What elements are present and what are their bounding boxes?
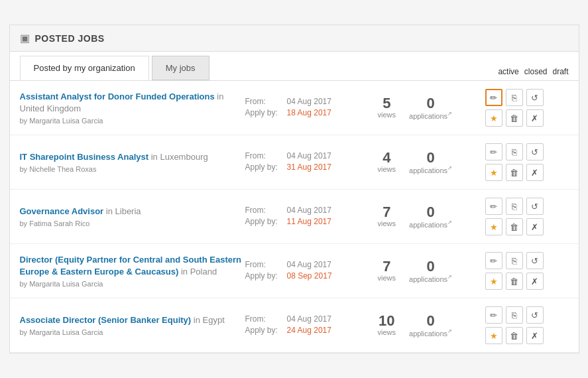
views-label: views xyxy=(378,328,396,336)
close-button[interactable]: ✗ xyxy=(526,164,544,181)
views-stat: 10 views xyxy=(378,314,396,336)
delete-button[interactable]: 🗑 xyxy=(506,109,523,127)
applications-count: 0 xyxy=(409,259,452,274)
copy-button[interactable]: ⎘ xyxy=(506,143,523,160)
copy-button[interactable]: ⎘ xyxy=(506,306,523,324)
job-location: in Egypt xyxy=(194,315,225,325)
job-actions: ✏ ⎘ ↺ ★ 🗑 ✗ xyxy=(471,143,544,181)
copy-button[interactable]: ⎘ xyxy=(506,89,523,106)
panel-title: POSTED JOBS xyxy=(35,33,105,44)
from-label: From: xyxy=(245,97,282,106)
job-poster: by Margarita Luisa Garcia xyxy=(20,328,245,336)
panel-header: ▣ POSTED JOBS xyxy=(10,25,579,52)
close-button[interactable]: ✗ xyxy=(526,218,544,235)
job-info: Assistant Analyst for Donor Funded Opera… xyxy=(20,91,245,125)
repost-button[interactable]: ↺ xyxy=(526,143,544,160)
job-actions: ✏ ⎘ ↺ ★ 🗑 ✗ xyxy=(471,306,544,344)
job-location: in Luxembourg xyxy=(151,152,208,162)
applications-label: applications↗ xyxy=(409,274,452,283)
close-button[interactable]: ✗ xyxy=(526,327,544,344)
star-button[interactable]: ★ xyxy=(485,218,502,235)
job-stats: 4 views 0 applications↗ xyxy=(378,151,471,174)
tab-org-jobs[interactable]: Posted by my organization xyxy=(20,56,149,80)
table-row: Associate Director (Senior Banker Equity… xyxy=(10,298,579,353)
job-title-link[interactable]: IT Sharepoint Business Analyst xyxy=(20,152,149,162)
from-date: 04 Aug 2017 xyxy=(287,314,331,324)
views-stat: 5 views xyxy=(378,96,396,119)
edit-button[interactable]: ✏ xyxy=(485,306,502,324)
job-stats: 7 views 0 applications↗ xyxy=(378,259,471,283)
delete-button[interactable]: 🗑 xyxy=(506,164,523,181)
job-dates: From: 04 Aug 2017 Apply by: 31 Aug 2017 xyxy=(245,151,378,174)
applications-stat: 0 applications↗ xyxy=(409,151,452,174)
star-button[interactable]: ★ xyxy=(485,327,502,344)
delete-button[interactable]: 🗑 xyxy=(506,273,523,290)
job-location: in Poland xyxy=(181,267,217,277)
job-stats: 10 views 0 applications↗ xyxy=(378,314,471,338)
close-button[interactable]: ✗ xyxy=(526,109,544,127)
star-button[interactable]: ★ xyxy=(485,164,502,181)
edit-button[interactable]: ✏ xyxy=(485,198,502,215)
apply-label: Apply by: xyxy=(245,162,282,172)
job-poster: by Margarita Luisa Garcia xyxy=(20,117,245,125)
apply-date: 18 Aug 2017 xyxy=(287,108,331,117)
job-title: Associate Director (Senior Banker Equity… xyxy=(20,314,245,326)
table-row: Governance Advisor in Liberia by Fatima … xyxy=(10,190,579,244)
star-button[interactable]: ★ xyxy=(485,273,502,290)
job-info: Associate Director (Senior Banker Equity… xyxy=(20,314,245,336)
posted-jobs-container: ▣ POSTED JOBS Posted by my organization … xyxy=(9,25,579,353)
apply-date: 11 Aug 2017 xyxy=(287,217,331,226)
delete-button[interactable]: 🗑 xyxy=(506,218,523,235)
copy-button[interactable]: ⎘ xyxy=(506,252,523,269)
job-info: Director (Equity Partner for Central and… xyxy=(20,254,245,288)
tab-my-jobs[interactable]: My jobs xyxy=(152,56,209,80)
action-row-bottom: ★ 🗑 ✗ xyxy=(485,164,544,181)
from-date: 04 Aug 2017 xyxy=(287,151,331,160)
apply-date: 24 Aug 2017 xyxy=(287,326,331,335)
close-button[interactable]: ✗ xyxy=(526,273,544,290)
job-stats: 5 views 0 applications↗ xyxy=(378,96,471,120)
copy-button[interactable]: ⎘ xyxy=(506,198,523,215)
from-label: From: xyxy=(245,206,282,215)
apply-label: Apply by: xyxy=(245,217,282,226)
apply-date: 31 Aug 2017 xyxy=(287,162,331,172)
job-stats: 7 views 0 applications↗ xyxy=(378,205,471,229)
job-title-link[interactable]: Governance Advisor xyxy=(20,206,104,216)
applications-label: applications↗ xyxy=(409,111,452,120)
repost-button[interactable]: ↺ xyxy=(526,198,544,215)
from-date: 04 Aug 2017 xyxy=(287,206,331,215)
action-row-top: ✏ ⎘ ↺ xyxy=(485,198,544,215)
apply-date: 08 Sep 2017 xyxy=(287,271,332,281)
edit-button[interactable]: ✏ xyxy=(485,252,502,269)
job-title: Director (Equity Partner for Central and… xyxy=(20,254,245,278)
applications-count: 0 xyxy=(409,205,452,220)
applications-stat: 0 applications↗ xyxy=(409,96,452,120)
action-row-top: ✏ ⎘ ↺ xyxy=(485,89,544,106)
applications-label: applications↗ xyxy=(409,165,452,174)
applications-label: applications↗ xyxy=(409,220,452,229)
repost-button[interactable]: ↺ xyxy=(526,89,544,106)
action-row-top: ✏ ⎘ ↺ xyxy=(485,252,544,269)
job-title: Governance Advisor in Liberia xyxy=(20,206,245,218)
job-title-link[interactable]: Associate Director (Senior Banker Equity… xyxy=(20,315,192,325)
action-row-bottom: ★ 🗑 ✗ xyxy=(485,218,544,235)
delete-button[interactable]: 🗑 xyxy=(506,327,523,344)
job-actions: ✏ ⎘ ↺ ★ 🗑 ✗ xyxy=(471,89,544,127)
job-location: in Liberia xyxy=(106,206,141,216)
repost-button[interactable]: ↺ xyxy=(526,306,544,324)
views-count: 7 xyxy=(378,259,396,274)
action-row-top: ✏ ⎘ ↺ xyxy=(485,306,544,324)
table-row: Director (Equity Partner for Central and… xyxy=(10,244,579,298)
job-poster: by Margarita Luisa Garcia xyxy=(20,280,245,288)
job-title-link[interactable]: Assistant Analyst for Donor Funded Opera… xyxy=(20,92,215,101)
edit-button[interactable]: ✏ xyxy=(485,143,502,160)
edit-button[interactable]: ✏ xyxy=(485,89,502,106)
job-info: Governance Advisor in Liberia by Fatima … xyxy=(20,206,245,227)
status-active: active xyxy=(498,67,518,76)
job-poster: by Nichelle Thea Roxas xyxy=(20,165,245,173)
job-dates: From: 04 Aug 2017 Apply by: 24 Aug 2017 xyxy=(245,314,378,337)
table-row: Assistant Analyst for Donor Funded Opera… xyxy=(10,81,579,135)
action-row-top: ✏ ⎘ ↺ xyxy=(485,143,544,160)
repost-button[interactable]: ↺ xyxy=(526,252,544,269)
star-button[interactable]: ★ xyxy=(485,109,502,127)
